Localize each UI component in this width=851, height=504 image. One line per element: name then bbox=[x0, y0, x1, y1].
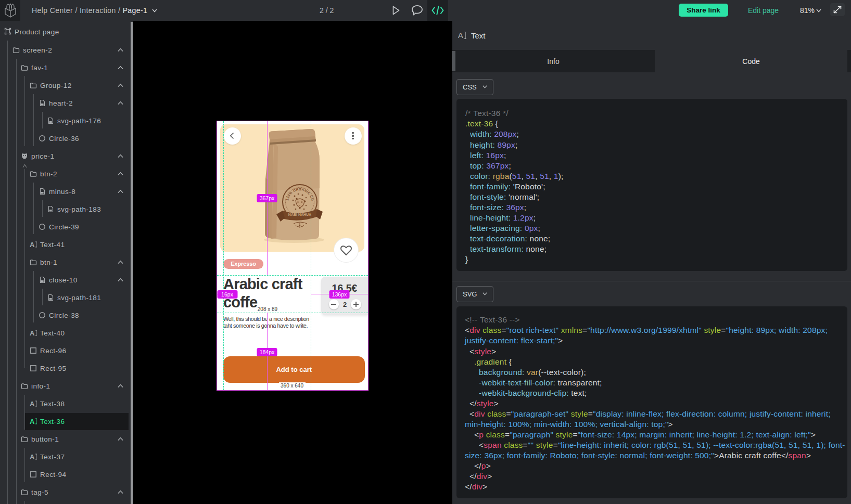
svg-text:A: A bbox=[458, 31, 463, 40]
svg-text:A: A bbox=[30, 329, 35, 337]
svg-text:A: A bbox=[30, 453, 35, 460]
svg-text:A: A bbox=[30, 400, 35, 407]
svg-text:A: A bbox=[30, 241, 35, 248]
svg-text:A: A bbox=[30, 418, 35, 425]
